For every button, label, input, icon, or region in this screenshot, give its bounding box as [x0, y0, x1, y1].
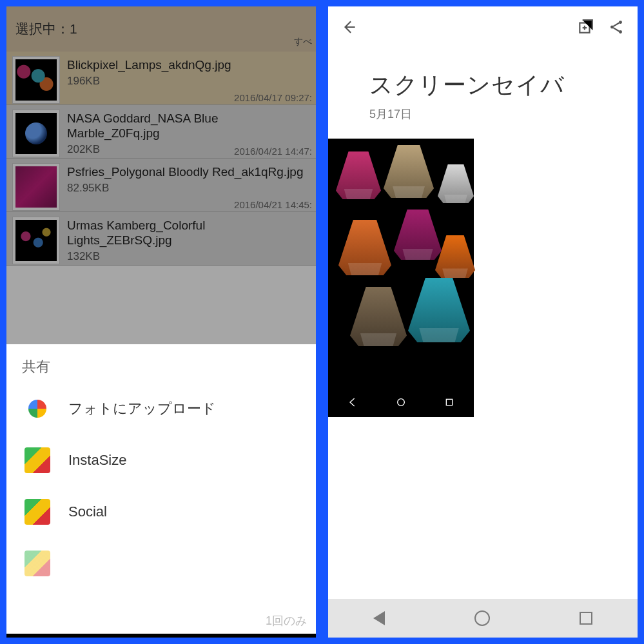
share-button[interactable]	[607, 17, 626, 37]
file-list: Blickpixel_Lamps_akdnQg.jpg 196KB 2016/0…	[6, 52, 316, 266]
file-row[interactable]: Blickpixel_Lamps_akdnQg.jpg 196KB 2016/0…	[6, 52, 316, 105]
share-item-label: Social	[68, 503, 107, 520]
back-button[interactable]	[340, 17, 359, 37]
page-date: 5月17日	[328, 106, 638, 122]
lamp-graphic	[435, 235, 475, 278]
share-icon	[608, 19, 625, 35]
share-item-more[interactable]	[6, 538, 316, 589]
lamp-graphic	[384, 145, 434, 198]
right-screenshot: スクリーンセイバ 5月17日	[328, 6, 638, 638]
google-photos-icon	[24, 396, 50, 422]
file-thumbnail	[13, 164, 59, 210]
file-row[interactable]: NASA Goddard_NASA Blue Marble_Z0Fq.jpg 2…	[6, 105, 316, 159]
inner-nav-bar	[328, 387, 474, 417]
file-thumbnail	[13, 217, 59, 264]
file-name: Psfries_Polygonal Bloodly Red_ak1qRg.jpg	[67, 165, 309, 180]
file-name: NASA Goddard_NASA Blue Marble_Z0Fq.jpg	[67, 112, 309, 141]
selection-title: 選択中：1	[15, 20, 77, 38]
svg-point-2	[619, 21, 622, 24]
nav-back-icon	[347, 397, 358, 407]
lamp-graphic	[336, 151, 381, 199]
instasize-icon	[24, 447, 50, 473]
file-date: 2016/04/21 14:45:	[234, 199, 312, 210]
app-header	[328, 6, 638, 48]
add-to-album-button[interactable]	[576, 17, 595, 37]
add-to-collection-icon	[577, 19, 594, 35]
nav-back-button[interactable]	[373, 611, 385, 625]
lamp-graphic	[338, 220, 391, 275]
share-item-label: フォトにアップロード	[68, 399, 216, 418]
bottom-bar	[6, 634, 316, 638]
lamp-graphic	[350, 287, 407, 346]
share-item-social[interactable]: Social	[6, 486, 316, 538]
share-item-label: InstaSize	[68, 452, 127, 469]
file-date: 2016/04/21 14:47:	[234, 146, 312, 157]
nav-recent-icon	[444, 397, 454, 407]
page-title: スクリーンセイバ	[328, 48, 638, 106]
file-size: 82.95KB	[67, 182, 309, 195]
left-screenshot: 選択中：1 すべ Blickpixel_Lamps_akdnQg.jpg 196…	[6, 6, 316, 638]
nav-home-icon	[396, 397, 406, 407]
lamp-graphic	[438, 164, 474, 203]
file-thumbnail	[13, 57, 59, 103]
share-title: 共有	[6, 344, 316, 383]
app-icon	[24, 551, 50, 576]
file-date: 2016/04/17 09:27:	[234, 92, 312, 103]
share-sheet: 共有 フォトにアップロード InstaSize Social 1回のみ	[6, 344, 316, 638]
file-size: 132KB	[67, 250, 309, 263]
header-sublabel: すべ	[294, 36, 312, 48]
share-item-instasize[interactable]: InstaSize	[6, 434, 316, 486]
arrow-left-icon	[341, 19, 358, 35]
file-thumbnail	[13, 110, 59, 157]
file-row[interactable]: Psfries_Polygonal Bloodly Red_ak1qRg.jpg…	[6, 159, 316, 212]
nav-recent-button[interactable]	[580, 612, 592, 625]
file-name: Urmas Kamberg_Colorful Lights_ZEBrSQ.jpg	[67, 219, 309, 248]
nav-home-button[interactable]	[474, 610, 490, 626]
file-name: Blickpixel_Lamps_akdnQg.jpg	[67, 58, 309, 73]
lamp-graphic	[394, 210, 442, 260]
file-row[interactable]: Urmas Kamberg_Colorful Lights_ZEBrSQ.jpg…	[6, 212, 316, 266]
share-item-photos[interactable]: フォトにアップロード	[6, 383, 316, 434]
selection-header: 選択中：1 すべ	[6, 6, 316, 52]
screenshot-thumbnail[interactable]	[328, 139, 474, 417]
share-footer[interactable]: 1回のみ	[266, 613, 307, 629]
social-icon	[24, 499, 50, 525]
system-nav-bar	[328, 599, 638, 638]
file-size: 196KB	[67, 75, 309, 88]
lamp-graphic	[408, 278, 470, 342]
svg-rect-5	[447, 399, 453, 405]
svg-point-4	[398, 399, 405, 406]
svg-point-3	[619, 30, 622, 34]
